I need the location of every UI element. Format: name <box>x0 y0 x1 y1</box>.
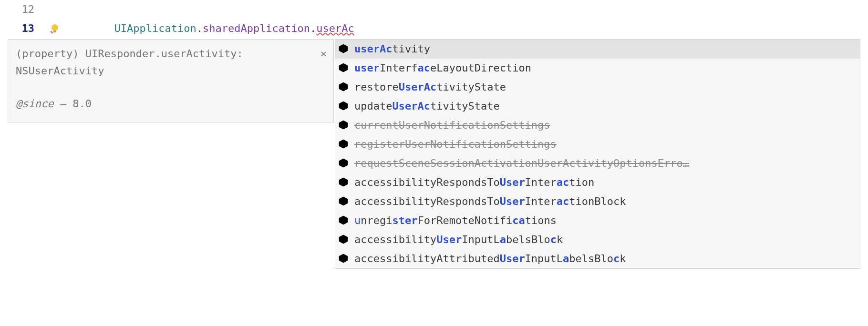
autocomplete-item[interactable]: userInterfaceLayoutDirection <box>335 59 860 78</box>
doc-signature: (property) UIResponder.userActivity: NSU… <box>16 45 326 79</box>
autocomplete-item[interactable]: accessibilityUserInputLabelsBlock <box>335 230 860 249</box>
autocomplete-label: registerUserNotificationSettings <box>354 136 856 153</box>
autocomplete-item[interactable]: restoreUserActivityState <box>335 78 860 97</box>
code-editor[interactable]: 12 13 UIApplication.sharedApplication.us… <box>0 0 868 326</box>
field-icon <box>338 196 350 207</box>
autocomplete-label: userActivity <box>354 41 856 57</box>
autocomplete-item[interactable]: accessibilityRespondsToUserInteractionBl… <box>335 192 860 211</box>
autocomplete-label: accessibilityRespondsToUserInteractionBl… <box>354 193 856 210</box>
token-property: sharedApplication <box>203 22 310 34</box>
method-icon <box>338 82 350 93</box>
method-icon <box>338 139 350 150</box>
svg-rect-1 <box>53 31 56 32</box>
autocomplete-item[interactable]: accessibilityAttributedUserInputLabelsBl… <box>335 249 860 268</box>
lightbulb-icon[interactable] <box>45 19 65 38</box>
close-icon[interactable]: × <box>320 45 327 62</box>
autocomplete-label: accessibilityAttributedUserInputLabelsBl… <box>354 250 856 267</box>
doc-since: @since — 8.0 <box>16 95 326 112</box>
token-incomplete: userAc <box>316 22 354 34</box>
autocomplete-item[interactable]: requestSceneSessionActivationUserActivit… <box>335 154 860 173</box>
field-icon <box>338 253 350 265</box>
field-icon <box>338 43 350 55</box>
method-icon <box>338 215 350 226</box>
autocomplete-item[interactable]: userActivity <box>335 40 860 59</box>
field-icon <box>338 177 350 188</box>
autocomplete-label: accessibilityUserInputLabelsBlock <box>354 231 856 248</box>
autocomplete-list[interactable]: userActivityuserInterfaceLayoutDirection… <box>335 39 860 269</box>
field-icon <box>338 234 350 245</box>
field-icon <box>338 62 350 74</box>
autocomplete-label: requestSceneSessionActivationUserActivit… <box>354 155 856 172</box>
autocomplete-item[interactable]: registerUserNotificationSettings <box>335 135 860 154</box>
svg-point-0 <box>52 24 58 31</box>
autocomplete-label: currentUserNotificationSettings <box>354 117 856 133</box>
autocomplete-label: restoreUserActivityState <box>354 79 856 95</box>
autocomplete-label: updateUserActivityState <box>354 98 856 114</box>
line-number: 12 <box>0 1 45 18</box>
field-icon <box>338 120 350 131</box>
autocomplete-label: userInterfaceLayoutDirection <box>354 60 856 76</box>
method-icon <box>338 158 350 169</box>
gutter-glyph <box>45 0 65 19</box>
token-dot: . <box>310 22 316 34</box>
token-dot: . <box>196 22 203 34</box>
autocomplete-item[interactable]: unregisterForRemoteNotifications <box>335 211 860 230</box>
token-type: UIApplication <box>114 22 196 34</box>
autocomplete-item[interactable]: accessibilityRespondsToUserInteraction <box>335 173 860 192</box>
autocomplete-label: accessibilityRespondsToUserInteraction <box>354 174 856 191</box>
code-line[interactable]: 13 UIApplication.sharedApplication.userA… <box>0 19 868 38</box>
line-number: 13 <box>0 20 45 37</box>
method-icon <box>338 101 350 112</box>
autocomplete-item[interactable]: updateUserActivityState <box>335 97 860 116</box>
autocomplete-label: unregisterForRemoteNotifications <box>354 212 856 229</box>
documentation-popup: × (property) UIResponder.userActivity: N… <box>8 39 334 122</box>
autocomplete-item[interactable]: currentUserNotificationSettings <box>335 116 860 135</box>
